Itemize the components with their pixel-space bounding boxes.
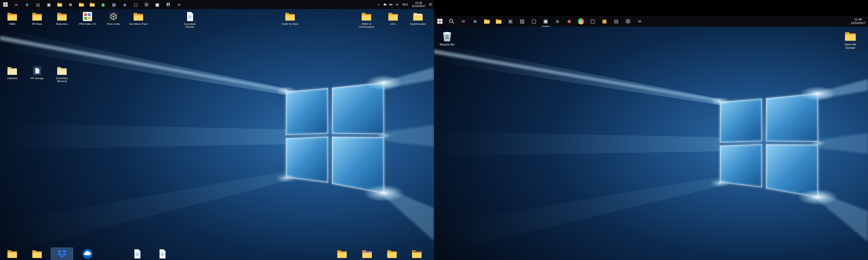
windows-wallpaper (0, 0, 434, 260)
volume-button[interactable] (394, 0, 400, 9)
system-tray: NLD 21:45 12/10/2017 (376, 0, 434, 9)
battery-button[interactable] (388, 0, 394, 9)
taskbar-app-notepad[interactable]: ≡ (65, 0, 76, 9)
taskbar-app-red[interactable]: ◆ (563, 16, 575, 27)
taskbar-app-folder-2[interactable] (493, 16, 504, 27)
taskbar-app-folder-1[interactable] (481, 16, 493, 27)
desktop-icon-essentials-messing[interactable]: Essentials Messing (51, 65, 73, 83)
taskbar-app-window[interactable]: ▣ (540, 16, 552, 27)
search-icon (448, 18, 455, 24)
folder-icon (388, 11, 399, 22)
calculator-icon: ▢ (133, 2, 138, 7)
taskbar-app-photos[interactable]: ▣ (43, 0, 54, 9)
desktop-icon-stuffs-for-main[interactable]: Stuffs for Main (279, 10, 301, 26)
taskbar-clock[interactable]: 21:45 12/10/2017 (849, 16, 868, 27)
app-icon: ▨ (519, 18, 525, 24)
desktop-icon-spritedoubler[interactable]: SpriteDoubler (407, 10, 429, 26)
desktop-icon-pkmn-unity[interactable]: Pkmn Unity (103, 10, 124, 26)
chrome-icon (578, 18, 584, 24)
desktop-icon-essentials-rewrite[interactable]: Essentials Rewrite (179, 10, 201, 29)
taskbar-app-chrome[interactable] (575, 16, 587, 27)
taskbar-app-green[interactable]: ● (98, 0, 108, 9)
desktop-icon-bottom-1[interactable] (1, 248, 23, 260)
taskbar-app-unity[interactable] (622, 16, 634, 27)
desktop-icon-yabs-ui[interactable]: YABS UI (ThePurplest) (355, 10, 377, 29)
visual-studio-icon: ∞ (637, 18, 643, 24)
desktop-icon-bottom-8[interactable] (356, 248, 378, 260)
desktop-icon-label: Stuffs for Main (282, 23, 298, 26)
desktop-icon-vulpixbot[interactable]: vulpixbot (1, 65, 23, 81)
taskbar-app-mail[interactable]: ▤ (33, 0, 43, 9)
desktop-icon-onedrive[interactable] (76, 248, 98, 260)
language-indicator[interactable]: NLD (400, 0, 410, 9)
windows-logo-icon (3, 2, 8, 7)
folder-icon (484, 18, 490, 24)
start-button[interactable] (0, 0, 11, 9)
taskbar-app-calculator[interactable]: ▢ (130, 0, 141, 9)
desktop-icon-bottom-5[interactable] (126, 248, 148, 260)
taskbar-app-silver[interactable]: ▤ (610, 16, 622, 27)
desktop-icon-label: YABS UI (ThePurplest) (356, 23, 377, 28)
clock-time: 21:45 (412, 1, 426, 4)
onedrive-tray-button[interactable] (382, 0, 388, 9)
search-button[interactable] (446, 16, 458, 27)
desktop-icon-label: Essentials Rewrite (180, 23, 200, 28)
action-center-button[interactable] (428, 0, 434, 9)
taskbar-app-navy[interactable]: ◆ (552, 16, 563, 27)
taskbar-app-visual-studio-2[interactable]: ∞ (174, 0, 184, 9)
folder-icon (495, 18, 502, 24)
taskbar-app-folder-1[interactable] (76, 0, 87, 9)
taskbar-app-file-explorer[interactable] (54, 0, 65, 9)
taskbar-app-devtool[interactable]: Π (163, 0, 174, 9)
desktop-icon-label: YABS (9, 23, 16, 26)
taskbar-app-edge[interactable]: e (469, 16, 481, 27)
folder-icon (7, 249, 18, 259)
dev-tool-icon: Π (165, 2, 171, 7)
desktop-icon-label: PR Storage (30, 77, 43, 80)
desktop-icon-save-file-dumper[interactable]: Save File Dumper (839, 29, 862, 51)
desktop-icon-bottom-7[interactable] (331, 248, 353, 260)
taskbar-app-folder-2[interactable] (87, 0, 98, 9)
folder-icon (412, 11, 423, 22)
taskbar-app-white[interactable]: ▢ (528, 16, 540, 27)
unity-icon (625, 18, 631, 24)
chevron-up-icon (377, 3, 381, 6)
taskbar-clock[interactable]: 21:45 12/10/2017 (410, 0, 428, 9)
taskbar-app-grey[interactable]: ▨ (516, 16, 528, 27)
desktop-icon-pr-storage[interactable]: PR Storage (26, 65, 48, 81)
desktop-icon-reduction[interactable]: Reduction (51, 10, 73, 26)
system-tray-right: 21:45 12/10/2017 (849, 16, 868, 27)
desktop-icon-recycle-bin[interactable]: Recycle Bin (435, 29, 459, 47)
desktop-icon-dropbox[interactable] (51, 248, 73, 260)
desktop-icon-pr-main[interactable]: PR Main (26, 10, 48, 26)
desktop-icon-bottom-6[interactable] (151, 248, 173, 260)
desktop-icon-pbs-editor[interactable]: PBS Editor 2.0 (76, 10, 98, 26)
unity-icon (144, 2, 149, 7)
taskbar-app-dark[interactable]: ▣ (504, 16, 516, 27)
app-icon: ▢ (590, 18, 596, 24)
taskbar-app-grey[interactable]: ▦ (108, 0, 119, 9)
show-hidden-icons-button[interactable] (376, 0, 382, 9)
taskbar-app-visual-studio[interactable]: ∞ (458, 16, 469, 27)
desktop-icon-sun-moon-pack[interactable]: Sun Moon Pack (127, 10, 149, 26)
taskbar-app-unity[interactable] (141, 0, 152, 9)
edge-icon: e (24, 2, 30, 7)
desktop-icon-bottom-2[interactable] (26, 248, 48, 260)
taskbar-app-visual-studio[interactable]: ∞ (11, 0, 22, 9)
taskbar-app-blue[interactable]: ◆ (119, 0, 130, 9)
desktop-icon-bottom-10[interactable] (406, 248, 428, 260)
battery-icon (389, 3, 393, 6)
taskbar-app-light[interactable]: ▢ (587, 16, 598, 27)
desktop-icon-bottom-9[interactable] (381, 248, 403, 260)
taskbar-app-light[interactable]: ■ (152, 0, 163, 9)
folder-icon (361, 11, 372, 22)
taskbar-app-orange[interactable]: ■ (598, 16, 610, 27)
taskbar-app-visual-studio-2[interactable]: ∞ (634, 16, 646, 27)
folder-icon (79, 2, 84, 7)
desktop-icon-yabs[interactable]: YABS (1, 10, 23, 26)
taskbar-app-edge[interactable]: e (22, 0, 33, 9)
desktop-icon-gifs[interactable]: GIFs (382, 10, 404, 26)
desktop-icon-label: SpriteDoubler (410, 23, 426, 26)
onedrive-icon (82, 249, 93, 259)
start-button[interactable] (434, 16, 446, 27)
